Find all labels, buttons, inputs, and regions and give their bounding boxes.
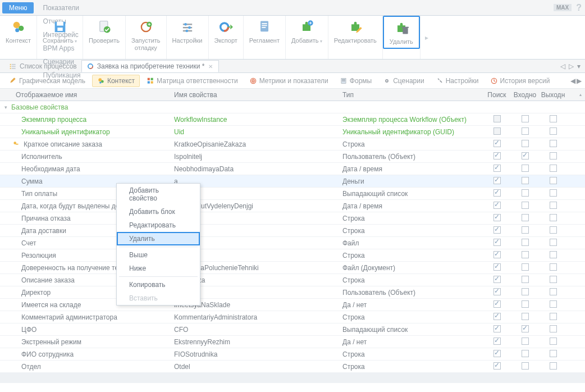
doc-tab[interactable]: Заявка на приобретение техники *✕: [81, 60, 220, 72]
nav-menu-icon[interactable]: ▾: [576, 62, 582, 70]
header-out[interactable]: Выходн: [539, 91, 567, 99]
checkbox-search[interactable]: [493, 140, 501, 147]
checkbox-search[interactable]: [493, 276, 501, 283]
ribbon-puzzle-plus-button[interactable]: Добавить ▾: [286, 16, 328, 47]
checkbox-out[interactable]: [550, 115, 557, 122]
checkbox-out[interactable]: [550, 362, 557, 370]
context-menu-item[interactable]: Выше: [117, 248, 200, 262]
checkbox-out[interactable]: [550, 239, 557, 246]
context-menu-item[interactable]: Копировать: [117, 278, 200, 291]
checkbox-in[interactable]: [522, 177, 529, 184]
checkbox-in[interactable]: [522, 288, 529, 295]
table-row[interactable]: Резолюция uciya Строка: [0, 249, 585, 262]
ribbon-puzzle-del-button[interactable]: Удалить: [383, 16, 420, 49]
header-name[interactable]: Отображаемое имя: [0, 91, 174, 99]
checkbox-out[interactable]: [550, 189, 557, 197]
checkbox-in[interactable]: [522, 325, 529, 332]
table-row[interactable]: Счет Файл: [0, 237, 585, 249]
checkbox-search[interactable]: [493, 251, 501, 258]
doc-tab[interactable]: Список процессов: [4, 60, 81, 72]
close-icon[interactable]: ✕: [207, 63, 214, 70]
checkbox-in[interactable]: [522, 313, 529, 320]
ribbon-debug-button[interactable]: Запуститьотладку: [126, 16, 166, 54]
checkbox-search[interactable]: [493, 202, 501, 209]
checkbox-search[interactable]: [493, 350, 501, 357]
checkbox-in[interactable]: [522, 127, 529, 135]
table-row[interactable]: Краткое описание заказа KratkoeOpisanieZ…: [0, 138, 585, 151]
table-row[interactable]: Дата доставки ostavki Строка: [0, 225, 585, 237]
checkbox-search[interactable]: [493, 362, 501, 370]
checkbox-out[interactable]: [550, 127, 557, 135]
checkbox-out[interactable]: [550, 263, 557, 271]
checkbox-out[interactable]: [550, 300, 557, 308]
header-prop[interactable]: Имя свойства: [174, 91, 342, 99]
header-type[interactable]: Тип: [342, 91, 483, 99]
table-row[interactable]: Экстренный режим EkstrennyyRezhim Да / н…: [0, 336, 585, 348]
collapse-icon[interactable]: ▾: [0, 104, 11, 110]
nav-prev-icon[interactable]: ◀: [570, 77, 575, 85]
checkbox-in[interactable]: [522, 350, 529, 357]
table-row[interactable]: Тип оплаты laty Выпадающий список: [0, 188, 585, 200]
table-row[interactable]: Дата, когда будут выделены день ogdaBudu…: [0, 200, 585, 212]
checkbox-search[interactable]: [493, 313, 501, 320]
table-row[interactable]: ЦФО CFO Выпадающий список: [0, 323, 585, 336]
checkbox-in[interactable]: [522, 115, 529, 122]
context-menu-item[interactable]: Добавить свойство: [117, 184, 200, 205]
sub-tab-gear[interactable]: Сценарии: [378, 75, 428, 87]
sub-tab-gear-multi[interactable]: Контекст: [92, 75, 140, 87]
sub-tab-pencil[interactable]: Графическая модель: [4, 75, 90, 87]
table-row[interactable]: Отдел Otdel Строка: [0, 361, 585, 373]
help-icon[interactable]: ?: [576, 3, 582, 13]
checkbox-search[interactable]: [493, 288, 501, 295]
ribbon-export-button[interactable]: Экспорт: [209, 16, 243, 47]
checkbox-in[interactable]: [522, 338, 529, 345]
checkbox-search[interactable]: [493, 127, 501, 135]
table-row[interactable]: Уникальный идентификатор Uid Уникальный …: [0, 126, 585, 138]
table-row[interactable]: Экземпляр процесса WorkflowInstance Экзе…: [0, 113, 585, 126]
context-menu-item[interactable]: Редактировать: [117, 218, 200, 232]
checkbox-search[interactable]: [493, 226, 501, 234]
ribbon-save-button[interactable]: Сохранить ▾: [37, 16, 83, 47]
checkbox-in[interactable]: [522, 263, 529, 271]
checkbox-search[interactable]: [493, 165, 501, 172]
checkbox-search[interactable]: [493, 263, 501, 271]
checkbox-search[interactable]: [493, 214, 501, 221]
sub-tab-matrix[interactable]: Матрица ответственности: [142, 75, 243, 87]
checkbox-out[interactable]: [550, 165, 557, 172]
top-tab-показатели[interactable]: Показатели: [37, 1, 104, 15]
ribbon-check-doc-button[interactable]: Проверить: [83, 16, 125, 47]
table-row[interactable]: Исполнитель Ispolnitelj Пользователь (Об…: [0, 151, 585, 163]
ribbon-doc-button[interactable]: Регламент: [244, 16, 285, 47]
checkbox-out[interactable]: [550, 325, 557, 332]
table-row[interactable]: Директор Direktor Пользователь (Объект): [0, 286, 585, 299]
checkbox-search[interactable]: [493, 338, 501, 345]
checkbox-search[interactable]: [493, 152, 501, 159]
table-row[interactable]: Комментарий администратора KommentariyAd…: [0, 311, 585, 323]
checkbox-in[interactable]: [522, 202, 529, 209]
sub-tab-form[interactable]: Формы: [335, 75, 376, 87]
nav-next-icon[interactable]: ▶: [577, 77, 582, 85]
group-row[interactable]: ▾ Базовые свойства: [0, 101, 585, 113]
checkbox-in[interactable]: [522, 140, 529, 147]
checkbox-search[interactable]: [493, 189, 501, 197]
checkbox-out[interactable]: [550, 202, 557, 209]
checkbox-out[interactable]: [550, 338, 557, 345]
checkbox-in[interactable]: [522, 226, 529, 234]
table-row[interactable]: Имеется на складе imeetsyaNaSklade Да / …: [0, 299, 585, 311]
table-row[interactable]: Необходимая дата NeobhodimayaData Дата /…: [0, 163, 585, 175]
checkbox-out[interactable]: [550, 251, 557, 258]
checkbox-search[interactable]: [493, 115, 501, 122]
checkbox-out[interactable]: [550, 276, 557, 283]
context-menu-item[interactable]: Удалить: [117, 232, 200, 245]
sub-tab-target[interactable]: Метрики и показатели: [245, 75, 333, 87]
nav-next-icon[interactable]: ▷: [568, 62, 575, 70]
checkbox-in[interactable]: [522, 152, 529, 159]
table-row[interactable]: ФИО сотрудника FIOSotrudnika Строка: [0, 348, 585, 361]
ribbon-gear-multi-button[interactable]: Контекст: [0, 16, 36, 47]
context-menu-item[interactable]: Ниже: [117, 262, 200, 275]
checkbox-in[interactable]: [522, 251, 529, 258]
header-in[interactable]: Входно: [511, 91, 539, 99]
nav-prev-icon[interactable]: ◁: [559, 62, 566, 70]
context-menu-item[interactable]: Добавить блок: [117, 205, 200, 218]
ribbon-settings-button[interactable]: Настройки: [167, 16, 208, 47]
